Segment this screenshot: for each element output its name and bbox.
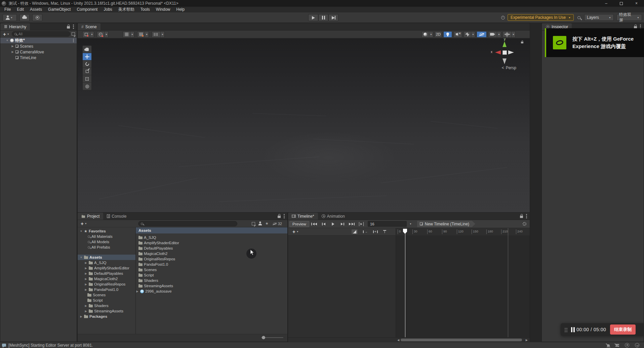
status-message[interactable]: [MeshSync] Starting Editor Server at por… bbox=[8, 343, 93, 348]
tree-assets-root[interactable]: ▼ Assets bbox=[78, 255, 135, 260]
tree-folder[interactable]: ▶AmplifyShaderEditor bbox=[78, 265, 135, 271]
lock-icon[interactable] bbox=[67, 26, 70, 29]
scene-lighting-button[interactable] bbox=[443, 31, 452, 38]
preview-toggle-button[interactable]: Preview bbox=[289, 221, 309, 227]
scrollbar-thumb[interactable] bbox=[401, 339, 522, 341]
tree-all-materials[interactable]: All Materials bbox=[78, 234, 135, 239]
console-message-icon[interactable] bbox=[2, 344, 6, 347]
tree-packages-root[interactable]: ▶ Packages bbox=[78, 314, 135, 319]
tree-folder[interactable]: ▶DefaultPlayables bbox=[78, 271, 135, 276]
recorder-pause-icon[interactable] bbox=[571, 327, 572, 332]
menu-tools[interactable]: Tools bbox=[137, 7, 153, 12]
tree-favorites[interactable]: ▼ ★ Favorites bbox=[78, 228, 135, 234]
step-button[interactable] bbox=[328, 14, 338, 21]
asset-row[interactable]: MagicaCloth2 bbox=[136, 251, 287, 256]
scale-tool-button[interactable] bbox=[83, 68, 91, 75]
scene-orientation-gizmo[interactable]: y x bbox=[492, 40, 517, 65]
menu-edit[interactable]: Edit bbox=[14, 7, 27, 12]
close-button[interactable]: × bbox=[629, 0, 644, 7]
tree-folder[interactable]: ▶OriginalResRepos bbox=[78, 281, 135, 287]
timeline-hscrollbar[interactable]: ◀ ▶ bbox=[288, 337, 530, 342]
effects-dropdown[interactable]: ▼ bbox=[471, 31, 475, 38]
play-button[interactable] bbox=[308, 14, 318, 21]
tree-folder[interactable]: ▶StreamingAssets bbox=[78, 308, 135, 314]
asset-row-scene[interactable]: ▶ 2996_autosave bbox=[136, 289, 287, 294]
drag-handle-icon[interactable] bbox=[565, 328, 566, 329]
scene-picker-icon[interactable] bbox=[72, 32, 75, 36]
snap-increment-button[interactable] bbox=[152, 31, 160, 38]
pivot-dropdown[interactable]: ▼ bbox=[90, 31, 94, 38]
pivot-toggle-button[interactable] bbox=[82, 31, 90, 38]
asset-row[interactable]: Scenes bbox=[136, 267, 287, 272]
tab-hierarchy[interactable]: Hierarchy bbox=[0, 23, 30, 30]
kebab-menu-icon[interactable] bbox=[526, 216, 527, 217]
tab-scene[interactable]: # Scene bbox=[78, 23, 100, 30]
menu-art-help[interactable]: 美术帮助 bbox=[115, 7, 137, 12]
menu-window[interactable]: Window bbox=[153, 7, 173, 12]
replace-mode-button[interactable]: + bbox=[373, 230, 378, 233]
asset-row[interactable]: A_SJQ bbox=[136, 235, 287, 240]
gizmo-center-cube[interactable] bbox=[502, 50, 507, 55]
maximize-button[interactable] bbox=[614, 0, 629, 7]
stop-recording-button[interactable]: 结束录制 bbox=[610, 324, 636, 335]
goto-start-button[interactable] bbox=[310, 221, 319, 227]
layers-dropdown[interactable]: Layers ▼ bbox=[584, 14, 614, 21]
notifications-muted-icon[interactable] bbox=[607, 344, 610, 347]
search-by-label-icon[interactable] bbox=[259, 221, 261, 223]
tab-timeline[interactable]: Timeline* bbox=[288, 213, 318, 220]
add-asset-button[interactable]: + ▼ bbox=[80, 221, 88, 226]
hierarchy-row-cameramove[interactable]: ▶ CameraMove bbox=[0, 49, 77, 55]
menu-assets[interactable]: Assets bbox=[27, 7, 45, 12]
gizmos-button[interactable] bbox=[502, 31, 511, 38]
asset-row[interactable]: Script bbox=[136, 272, 287, 278]
expand-status-icon[interactable] bbox=[635, 343, 639, 347]
play-range-button[interactable] bbox=[357, 221, 366, 227]
asset-row[interactable]: StreamingAssets bbox=[136, 283, 287, 289]
icon-size-slider[interactable] bbox=[261, 337, 283, 338]
shading-mode-button[interactable] bbox=[421, 31, 429, 38]
rect-tool-button[interactable] bbox=[83, 75, 91, 83]
timeline-clip-area[interactable] bbox=[396, 235, 530, 337]
gizmos-dropdown[interactable]: ▼ bbox=[511, 31, 516, 38]
goto-end-button[interactable] bbox=[348, 221, 356, 227]
minimize-button[interactable]: – bbox=[599, 0, 614, 7]
account-button[interactable]: ▼ bbox=[3, 14, 17, 21]
tab-animation[interactable]: Animation bbox=[318, 213, 349, 220]
pause-button[interactable] bbox=[318, 14, 328, 21]
experimental-packages-dropdown[interactable]: Experimental Packages In Use ▼ bbox=[508, 14, 574, 21]
scene-visibility-button[interactable] bbox=[477, 31, 487, 38]
asset-row[interactable]: OriginalResRepos bbox=[136, 256, 287, 262]
marker-pin-button[interactable] bbox=[383, 230, 387, 233]
projection-label[interactable]: < Persp bbox=[502, 66, 516, 70]
timeline-settings-gear-icon[interactable] bbox=[523, 222, 526, 226]
tree-folder[interactable]: ▶A_SJQ bbox=[78, 260, 135, 265]
services-button[interactable] bbox=[32, 14, 42, 21]
effects-button[interactable] bbox=[464, 31, 471, 38]
tree-folder[interactable]: ▶PandaPost1.0 bbox=[78, 287, 135, 292]
rotate-tool-button[interactable] bbox=[83, 60, 91, 68]
scene-audio-button[interactable] bbox=[453, 31, 462, 38]
tree-all-prefabs[interactable]: All Prefabs bbox=[78, 245, 135, 250]
scroll-right-icon[interactable]: ▶ bbox=[526, 339, 528, 342]
increment-dropdown[interactable]: ▼ bbox=[160, 31, 165, 38]
auto-light-bake-icon[interactable] bbox=[625, 343, 629, 347]
axis-right-cone[interactable] bbox=[508, 50, 514, 54]
cache-server-icon[interactable] bbox=[615, 344, 619, 345]
gizmo-lock-icon[interactable] bbox=[521, 42, 523, 44]
asset-row[interactable]: Shaders bbox=[136, 278, 287, 283]
snap-dropdown[interactable]: ▼ bbox=[145, 31, 149, 38]
hierarchy-search-input[interactable]: All bbox=[12, 31, 70, 37]
menu-jobs[interactable]: Jobs bbox=[100, 7, 115, 12]
camera-dropdown[interactable]: ▼ bbox=[497, 31, 501, 38]
timeline-ruler[interactable]: 0 30 60 90 120 150 180 210 240 270 bbox=[396, 228, 530, 235]
grid-snap-button[interactable] bbox=[137, 31, 145, 38]
search-by-type-icon[interactable] bbox=[252, 222, 255, 225]
tree-folder[interactable]: ▶MagicaCloth2 bbox=[78, 276, 135, 281]
menu-help[interactable]: Help bbox=[173, 7, 188, 12]
previous-frame-button[interactable] bbox=[319, 221, 328, 227]
tree-all-models[interactable]: All Models bbox=[78, 239, 135, 245]
view-tool-button[interactable] bbox=[83, 46, 91, 53]
layout-dropdown[interactable]: 特效双屏 ▼ bbox=[616, 14, 642, 21]
shading-dropdown[interactable]: ▼ bbox=[429, 31, 433, 38]
asset-row[interactable]: PandaPost1.0 bbox=[136, 262, 287, 267]
